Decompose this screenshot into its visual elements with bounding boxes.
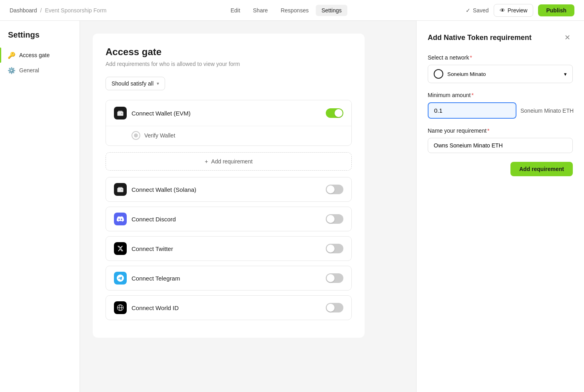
wallet-evm-label: Connect Wallet (EVM) — [132, 110, 191, 117]
plus-icon: + — [205, 158, 208, 165]
network-chevron-icon: ▾ — [564, 71, 567, 77]
verify-circle-icon — [132, 131, 140, 140]
amount-unit-label: Soneium Minato ETH — [520, 107, 574, 114]
verify-wallet-label: Verify Wallet — [144, 132, 175, 139]
tab-responses[interactable]: Responses — [275, 5, 314, 16]
main-content: Access gate Add requirements for who is … — [80, 21, 416, 392]
breadcrumb: Dashboard / Event Sponsorship Form — [10, 7, 106, 14]
tab-edit[interactable]: Edit — [225, 5, 246, 16]
add-requirement-label: Add requirement — [211, 158, 253, 165]
wallet-solana-toggle[interactable] — [326, 185, 343, 194]
name-required-star: * — [487, 127, 489, 134]
name-field: Name your requirement* — [428, 127, 573, 153]
saved-status: ✓ Saved — [466, 7, 489, 14]
solana-icon — [114, 183, 127, 196]
network-select-dropdown[interactable]: Soneium Minato ▾ — [428, 65, 573, 83]
breadcrumb-current: Event Sponsorship Form — [45, 7, 106, 14]
discord-icon — [114, 213, 127, 225]
wallet-solana-item: Connect Wallet (Solana) — [106, 177, 352, 202]
min-amount-field: Minimum amount* Soneium Minato ETH — [428, 92, 573, 119]
sidebar-item-general[interactable]: ⚙️ General — [0, 63, 80, 78]
breadcrumb-separator: / — [40, 7, 42, 14]
sidebar-item-label-access-gate: Access gate — [19, 52, 50, 58]
satisfy-dropdown-label: Should satisfy all — [112, 80, 153, 87]
name-requirement-input[interactable] — [428, 138, 573, 153]
content-card: Access gate Add requirements for who is … — [93, 34, 365, 338]
discord-item: Connect Discord — [106, 207, 352, 231]
satisfy-dropdown[interactable]: Should satisfy all ▾ — [106, 77, 165, 90]
tab-settings[interactable]: Settings — [316, 5, 347, 16]
add-requirement-button[interactable]: + Add requirement — [106, 152, 352, 171]
top-navigation: Dashboard / Event Sponsorship Form Edit … — [0, 0, 584, 21]
worldid-item: Connect World ID — [106, 295, 352, 320]
twitter-toggle[interactable] — [326, 244, 343, 253]
check-icon: ✓ — [466, 7, 470, 14]
nav-tabs: Edit Share Responses Settings — [225, 5, 347, 16]
eye-icon: 👁 — [500, 7, 505, 14]
network-required-star: * — [470, 54, 472, 61]
gear-icon: ⚙️ — [8, 67, 15, 74]
close-panel-button[interactable]: ✕ — [562, 32, 573, 43]
breadcrumb-dashboard[interactable]: Dashboard — [10, 7, 37, 14]
chevron-down-icon: ▾ — [157, 81, 159, 86]
telegram-label: Connect Telegram — [132, 275, 180, 282]
wallet-solana-label: Connect Wallet (Solana) — [132, 186, 196, 193]
panel-header: Add Native Token requirement ✕ — [428, 32, 573, 43]
panel-title: Add Native Token requirement — [428, 34, 532, 42]
wallet-evm-icon — [114, 107, 127, 119]
worldid-label: Connect World ID — [132, 304, 179, 311]
key-icon: 🔑 — [8, 52, 15, 59]
nav-right-actions: ✓ Saved 👁 Preview Publish — [466, 4, 574, 17]
svg-rect-2 — [118, 188, 124, 192]
telegram-icon — [114, 272, 127, 285]
filter-row: Should satisfy all ▾ — [106, 77, 352, 90]
worldid-toggle[interactable] — [326, 303, 343, 312]
min-amount-label: Minimum amount* — [428, 92, 573, 98]
wallet-evm-group: Connect Wallet (EVM) Verify Wallet — [106, 100, 352, 146]
publish-button[interactable]: Publish — [538, 4, 574, 16]
page-subtitle: Add requirements for who is allowed to v… — [106, 61, 352, 67]
sidebar-title: Settings — [0, 30, 80, 48]
min-amount-input[interactable] — [428, 102, 516, 119]
add-requirement-submit-button[interactable]: Add requirement — [510, 162, 573, 176]
svg-rect-0 — [118, 111, 124, 116]
discord-toggle[interactable] — [326, 214, 343, 224]
twitter-label: Connect Twitter — [132, 245, 173, 252]
svg-rect-1 — [118, 111, 123, 112]
twitter-item: Connect Twitter — [106, 236, 352, 261]
add-btn-row: Add requirement — [428, 162, 573, 176]
wallet-evm-toggle[interactable] — [326, 108, 343, 118]
network-label: Select a network* — [428, 54, 573, 61]
name-requirement-label: Name your requirement* — [428, 127, 573, 134]
wallet-evm-item: Connect Wallet (EVM) — [106, 100, 351, 126]
telegram-item: Connect Telegram — [106, 266, 352, 291]
worldid-icon — [114, 301, 127, 314]
svg-rect-3 — [118, 187, 123, 189]
network-value: Soneium Minato — [447, 71, 486, 77]
main-layout: Settings 🔑 Access gate ⚙️ General Access… — [0, 21, 584, 392]
right-panel: Add Native Token requirement ✕ Select a … — [416, 21, 584, 392]
sidebar: Settings 🔑 Access gate ⚙️ General — [0, 21, 80, 392]
network-field: Select a network* Soneium Minato ▾ — [428, 54, 573, 83]
telegram-toggle[interactable] — [326, 273, 343, 283]
preview-button[interactable]: 👁 Preview — [494, 4, 534, 17]
sidebar-item-label-general: General — [19, 67, 39, 74]
twitter-icon — [114, 242, 127, 255]
amount-required-star: * — [471, 92, 473, 98]
verify-wallet-row: Verify Wallet — [106, 126, 351, 145]
sidebar-item-access-gate[interactable]: 🔑 Access gate — [0, 48, 80, 63]
tab-share[interactable]: Share — [247, 5, 273, 16]
page-title: Access gate — [106, 46, 352, 58]
discord-label: Connect Discord — [132, 216, 176, 223]
network-circle-icon — [434, 69, 443, 79]
